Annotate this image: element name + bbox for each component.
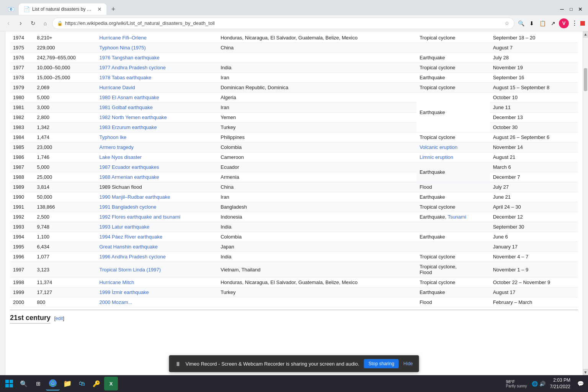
- event-cell: Hurricane David: [96, 83, 217, 93]
- window-maximize[interactable]: □: [567, 5, 576, 14]
- event-link[interactable]: 1999 İzmir earthquake: [99, 289, 149, 295]
- deaths-cell: 2,500: [34, 212, 96, 222]
- event-link[interactable]: 1976 Tangshan earthquake: [99, 55, 159, 60]
- event-link[interactable]: 1982 North Yemen earthquake: [99, 114, 167, 120]
- extension-icon-2[interactable]: ⬇: [527, 18, 537, 28]
- year-cell: 1982: [10, 113, 34, 122]
- tab-close-icon[interactable]: ✕: [97, 6, 102, 12]
- event-link[interactable]: Hurricane Fifi–Orlene: [99, 35, 147, 41]
- section-edit-link[interactable]: edit: [56, 316, 63, 321]
- event-link[interactable]: 1988 Armenian earthquake: [99, 174, 159, 180]
- table-row: 1984 1,474 Typhoon Ike Philippines Tropi…: [10, 132, 578, 142]
- deaths-cell: 1,342: [34, 122, 96, 132]
- profile-icon[interactable]: V: [559, 18, 569, 28]
- address-bar[interactable]: 🔒 https://en.wikipedia.org/wiki/List_of_…: [52, 18, 514, 29]
- scrollbar-thumb[interactable]: [584, 68, 587, 91]
- scrollbar-track[interactable]: ▲ ▼: [583, 31, 588, 375]
- event-link[interactable]: Typhoon Ike: [99, 134, 126, 140]
- table-row: 1977 10,000–50,000 1977 Andhra Pradesh c…: [10, 63, 578, 73]
- event-link[interactable]: 1996 Andhra Pradesh cyclone: [99, 254, 165, 260]
- reload-button[interactable]: ↻: [28, 18, 38, 29]
- date-cell: August 15 – September 8: [490, 83, 578, 93]
- year-cell: 1981: [10, 103, 34, 113]
- type-link[interactable]: Volcanic eruption: [420, 144, 457, 150]
- type-link[interactable]: Tsunami: [448, 214, 466, 220]
- table-row: 1980 5,000 1980 El Asnam earthquake Alge…: [10, 93, 578, 103]
- scrollbar-up-arrow[interactable]: ▲: [583, 31, 588, 38]
- date-cell: September 30: [490, 222, 578, 232]
- type-cell: Tropical cyclone: [416, 202, 490, 212]
- date-cell: June 21: [490, 192, 578, 202]
- new-tab-button[interactable]: +: [108, 4, 119, 15]
- event-cell: 1996 Andhra Pradesh cyclone: [96, 252, 217, 262]
- event-link[interactable]: 1993 Latur earthquake: [99, 224, 149, 230]
- forward-button[interactable]: ›: [15, 18, 26, 29]
- event-link[interactable]: 1981 Golbaf earthquake: [99, 105, 153, 110]
- tab-gmail[interactable]: 📧: [3, 3, 19, 15]
- back-button[interactable]: ‹: [3, 18, 14, 29]
- date-cell: February – March: [490, 297, 578, 307]
- type-cell: Tropical cyclone: [416, 132, 490, 142]
- window-close[interactable]: ✕: [576, 5, 585, 14]
- event-link[interactable]: Great Hanshin earthquake: [99, 244, 157, 250]
- date-cell: August 26 – September 6: [490, 132, 578, 142]
- deaths-cell: 229,000: [34, 43, 96, 53]
- deaths-cell: 10,000–50,000: [34, 63, 96, 73]
- deaths-cell: 242,769–655,000: [34, 53, 96, 63]
- event-cell: Typhoon Nina (1975): [96, 43, 217, 53]
- table-row: 1978 15,000–25,000 1978 Tabas earthquake…: [10, 73, 578, 83]
- event-link[interactable]: 1980 El Asnam earthquake: [99, 95, 159, 100]
- year-cell: 1975: [10, 43, 34, 53]
- address-text[interactable]: https://en.wikipedia.org/wiki/List_of_na…: [65, 20, 502, 26]
- event-link[interactable]: 1990 Manjil–Rudbar earthquake: [99, 194, 170, 200]
- event-link[interactable]: Tropical Storm Linda (1997): [99, 267, 161, 273]
- hide-button[interactable]: Hide: [403, 361, 413, 366]
- left-panel: [0, 31, 5, 375]
- event-link[interactable]: Typhoon Nina (1975): [99, 45, 145, 51]
- date-cell: November 14: [490, 142, 578, 152]
- event-link[interactable]: 1994 Páez River earthquake: [99, 234, 162, 240]
- location-cell: Japan: [217, 242, 416, 252]
- event-link[interactable]: 1992 Flores earthquake and tsunami: [99, 214, 180, 220]
- stop-sharing-button[interactable]: Stop sharing: [364, 359, 399, 368]
- tab-bar: 📧 📄 List of natural disasters by deal...…: [0, 0, 588, 15]
- scrollbar-down-arrow[interactable]: ▼: [583, 369, 588, 375]
- location-cell: Turkey: [217, 122, 416, 132]
- type-cell: Earthquake: [416, 73, 490, 83]
- year-cell: 1993: [10, 222, 34, 232]
- main-content[interactable]: 1974 8,210+ Hurricane Fifi–Orlene Hondur…: [5, 31, 583, 375]
- star-icon[interactable]: ☆: [505, 20, 510, 26]
- year-cell: 2000: [10, 297, 34, 307]
- table-row: 1989 3,814 1989 Sichuan flood China Floo…: [10, 182, 578, 192]
- extension-icon-4[interactable]: ↗: [548, 18, 558, 28]
- event-link[interactable]: 1991 Bangladesh cyclone: [99, 204, 156, 210]
- deaths-cell: 3,814: [34, 182, 96, 192]
- year-cell: 1977: [10, 63, 34, 73]
- home-button[interactable]: ⌂: [40, 18, 51, 29]
- menu-icon[interactable]: ⋮: [570, 18, 580, 28]
- table-row: 1986 1,746 Lake Nyos disaster Cameroon L…: [10, 152, 578, 162]
- window-minimize[interactable]: ─: [557, 5, 567, 14]
- event-link[interactable]: 1983 Erzurum earthquake: [99, 124, 157, 130]
- location-cell: India: [217, 63, 416, 73]
- location-cell: Colombia: [217, 142, 416, 152]
- disasters-table: 1974 8,210+ Hurricane Fifi–Orlene Hondur…: [10, 33, 578, 307]
- event-link[interactable]: 1977 Andhra Pradesh cyclone: [99, 65, 165, 70]
- event-link[interactable]: Armero tragedy: [99, 144, 134, 150]
- event-link[interactable]: Hurricane Mitch: [99, 279, 134, 285]
- event-link[interactable]: 1987 Ecuador earthquakes: [99, 164, 159, 170]
- event-cell: 1983 Erzurum earthquake: [96, 122, 217, 132]
- extension-icon-3[interactable]: 📋: [537, 18, 547, 28]
- date-cell: August 7: [490, 43, 578, 53]
- type-link[interactable]: Limnic eruption: [420, 154, 453, 160]
- tab-wikipedia[interactable]: 📄 List of natural disasters by deal... ✕: [19, 3, 106, 15]
- event-link[interactable]: 2000 Mozam...: [99, 299, 132, 305]
- event-link[interactable]: Lake Nyos disaster: [99, 154, 142, 160]
- event-link[interactable]: 1978 Tabas earthquake: [99, 75, 151, 80]
- event-cell: 1981 Golbaf earthquake: [96, 103, 217, 113]
- extension-icon-1[interactable]: 🔍: [516, 18, 526, 28]
- deaths-cell: 3,000: [34, 103, 96, 113]
- date-cell: January 17: [490, 242, 578, 252]
- event-link[interactable]: Hurricane David: [99, 85, 135, 90]
- event-cell: 1999 İzmir earthquake: [96, 287, 217, 297]
